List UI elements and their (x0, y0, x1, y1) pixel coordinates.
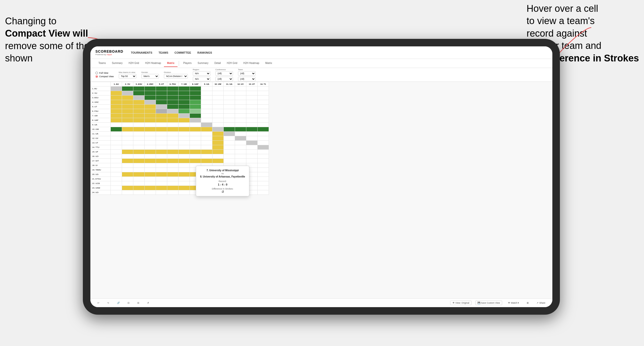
matrix-cell[interactable] (122, 172, 133, 177)
matrix-cell[interactable] (258, 186, 269, 190)
matrix-cell[interactable] (122, 109, 133, 114)
matrix-cell[interactable] (145, 181, 156, 186)
matrix-cell[interactable] (133, 132, 145, 136)
matrix-cell[interactable] (167, 181, 179, 186)
matrix-cell[interactable] (212, 159, 224, 163)
matrix-cell[interactable] (179, 132, 190, 136)
matrix-cell[interactable] (122, 105, 133, 109)
matrix-cell[interactable] (145, 136, 156, 141)
matrix-cell[interactable] (258, 114, 269, 118)
matrix-cell[interactable] (179, 136, 190, 141)
matrix-cell[interactable] (167, 141, 179, 145)
matrix-cell[interactable] (258, 136, 269, 141)
matrix-cell[interactable] (167, 172, 179, 177)
matrix-cell[interactable] (122, 136, 133, 141)
matrix-cell[interactable] (156, 109, 167, 114)
nav-tournaments[interactable]: TOURNAMENTS (131, 50, 152, 55)
matrix-cell[interactable] (167, 150, 179, 154)
matrix-cell[interactable] (133, 190, 145, 195)
matrix-cell[interactable] (111, 186, 122, 190)
matrix-cell[interactable] (145, 127, 156, 132)
matrix-cell[interactable] (156, 136, 167, 141)
matrix-cell[interactable] (212, 136, 224, 141)
matrix-cell[interactable] (145, 100, 156, 105)
matrix-cell[interactable] (201, 86, 212, 91)
watch-button[interactable]: 👁 Watch ▾ (506, 301, 521, 305)
matrix-cell[interactable] (190, 91, 201, 96)
matrix-cell[interactable] (122, 181, 133, 186)
radio-compact-view[interactable]: Compact View (95, 75, 114, 78)
matrix-cell[interactable] (167, 163, 179, 168)
matrix-cell[interactable] (111, 132, 122, 136)
matrix-cell[interactable] (133, 96, 145, 100)
matrix-cell[interactable] (246, 109, 258, 114)
matrix-cell[interactable] (111, 96, 122, 100)
matrix-cell[interactable] (224, 127, 235, 132)
matrix-cell[interactable] (145, 105, 156, 109)
matrix-cell[interactable] (133, 109, 145, 114)
matrix-cell[interactable] (224, 86, 235, 91)
matrix-cell[interactable] (212, 141, 224, 145)
matrix-cell[interactable] (212, 105, 224, 109)
matrix-cell[interactable] (179, 186, 190, 190)
matrix-cell[interactable] (246, 159, 258, 163)
matrix-cell[interactable] (111, 181, 122, 186)
matrix-cell[interactable] (156, 114, 167, 118)
matrix-cell[interactable] (246, 91, 258, 96)
matrix-cell[interactable] (212, 86, 224, 91)
matrix-cell[interactable] (201, 123, 212, 127)
matrix-cell[interactable] (258, 190, 269, 195)
matrix-cell[interactable] (246, 136, 258, 141)
matrix-cell[interactable] (145, 114, 156, 118)
matrix-cell[interactable] (190, 154, 201, 159)
matrix-cell[interactable] (122, 186, 133, 190)
matrix-cell[interactable] (258, 177, 269, 181)
matrix-cell[interactable] (201, 105, 212, 109)
matrix-cell[interactable] (235, 159, 246, 163)
matrix-cell[interactable] (156, 145, 167, 150)
matrix-cell[interactable] (246, 145, 258, 150)
matrix-cell[interactable] (167, 91, 179, 96)
filter-gender-select[interactable]: Men's (141, 74, 159, 78)
matrix-cell[interactable] (235, 154, 246, 159)
matrix-cell[interactable] (167, 114, 179, 118)
matrix-cell[interactable] (145, 154, 156, 159)
matrix-cell[interactable] (258, 123, 269, 127)
matrix-cell[interactable] (235, 118, 246, 123)
matrix-cell[interactable] (167, 136, 179, 141)
matrix-cell[interactable] (224, 123, 235, 127)
matrix-cell[interactable] (258, 159, 269, 163)
matrix-cell[interactable] (258, 181, 269, 186)
matrix-cell[interactable] (167, 109, 179, 114)
filter-team-select[interactable]: (All) (238, 71, 256, 76)
matrix-cell[interactable] (122, 123, 133, 127)
matrix-cell[interactable] (179, 118, 190, 123)
matrix-cell[interactable] (246, 150, 258, 154)
matrix-cell[interactable] (179, 159, 190, 163)
tab-players[interactable]: Players (180, 60, 195, 67)
matrix-cell[interactable] (122, 114, 133, 118)
matrix-cell[interactable] (133, 150, 145, 154)
matrix-cell[interactable] (235, 105, 246, 109)
matrix-cell[interactable] (179, 86, 190, 91)
matrix-cell[interactable] (156, 168, 167, 172)
matrix-cell[interactable] (156, 163, 167, 168)
matrix-cell[interactable] (167, 100, 179, 105)
nav-rankings[interactable]: RANKINGS (197, 50, 212, 55)
matrix-cell[interactable] (190, 159, 201, 163)
matrix-cell[interactable] (179, 100, 190, 105)
matrix-cell[interactable] (190, 127, 201, 132)
matrix-cell[interactable] (235, 86, 246, 91)
share-button[interactable]: ↗ Share (535, 301, 547, 305)
matrix-cell[interactable] (212, 118, 224, 123)
matrix-cell[interactable] (201, 150, 212, 154)
matrix-cell[interactable] (145, 141, 156, 145)
save-custom-button[interactable]: 💾 Save Custom View (475, 301, 502, 305)
matrix-cell[interactable] (156, 172, 167, 177)
matrix-cell[interactable] (235, 141, 246, 145)
matrix-cell[interactable] (246, 118, 258, 123)
matrix-cell[interactable] (179, 168, 190, 172)
matrix-cell[interactable] (179, 141, 190, 145)
filter-conference-select[interactable]: (All) (215, 71, 233, 76)
filter-region-select2[interactable]: N/A (193, 77, 210, 81)
